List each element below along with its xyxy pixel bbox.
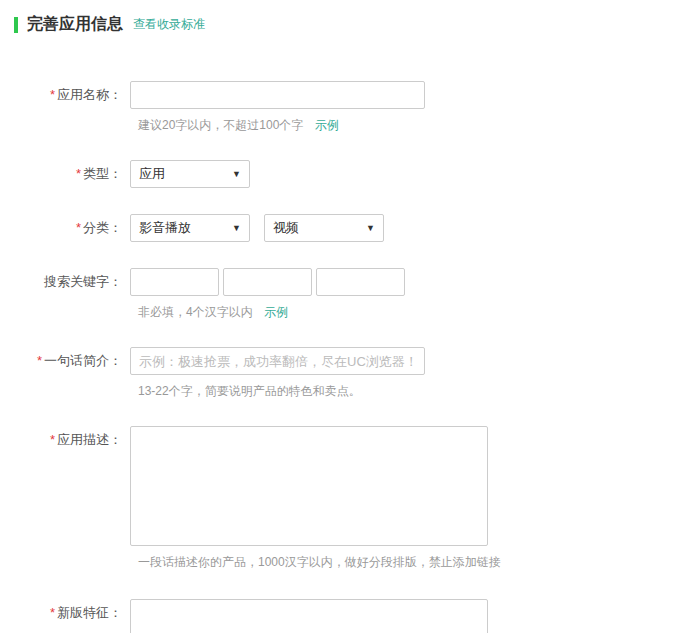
required-asterisk: *	[50, 432, 55, 447]
new-features-group: *新版特征：	[0, 599, 700, 633]
new-features-label: *新版特征：	[0, 599, 130, 627]
chevron-down-icon: ▼	[232, 169, 241, 179]
one-line-intro-hint-row: 13-22个字，简要说明产品的特色和卖点。	[138, 383, 700, 400]
type-group: *类型： 应用 ▼	[0, 160, 700, 188]
one-line-intro-label: *一句话简介：	[0, 347, 130, 375]
required-asterisk: *	[37, 353, 42, 368]
keywords-label: 搜索关键字：	[0, 268, 130, 296]
app-info-form: *应用名称： 建议20字以内，不超过100个字 示例 *类型： 应用 ▼ *分类…	[0, 81, 700, 633]
new-features-textarea[interactable]	[130, 599, 488, 633]
required-asterisk: *	[76, 166, 81, 181]
category-secondary-value: 视频	[273, 219, 299, 237]
description-hint-row: 一段话描述你的产品，1000汉字以内，做好分段排版，禁止添加链接	[138, 554, 700, 571]
category-group: *分类： 影音播放 ▼ 视频 ▼	[0, 214, 700, 242]
category-secondary-select[interactable]: 视频 ▼	[264, 214, 384, 242]
app-name-input[interactable]	[130, 81, 425, 109]
description-group: *应用描述： 一段话描述你的产品，1000汉字以内，做好分段排版，禁止添加链接	[0, 426, 700, 571]
page: 完善应用信息 查看收录标准 *应用名称： 建议20字以内，不超过100个字 示例…	[0, 0, 700, 633]
title-accent-bar	[14, 17, 18, 33]
category-label: *分类：	[0, 214, 130, 242]
one-line-intro-input[interactable]	[130, 347, 425, 375]
description-textarea[interactable]	[130, 426, 488, 546]
app-name-hint: 建议20字以内，不超过100个字	[138, 118, 303, 132]
view-inclusion-standards-link[interactable]: 查看收录标准	[133, 16, 205, 33]
required-asterisk: *	[50, 605, 55, 620]
keyword-input-1[interactable]	[130, 268, 219, 296]
app-name-example-link[interactable]: 示例	[315, 118, 339, 132]
required-asterisk: *	[76, 220, 81, 235]
type-label: *类型：	[0, 160, 130, 188]
category-primary-value: 影音播放	[139, 219, 191, 237]
header: 完善应用信息 查看收录标准	[0, 0, 700, 35]
required-asterisk: *	[50, 87, 55, 102]
type-select[interactable]: 应用 ▼	[130, 160, 250, 188]
keywords-hint-row: 非必填，4个汉字以内 示例	[138, 304, 700, 321]
keyword-input-3[interactable]	[316, 268, 405, 296]
app-name-group: *应用名称： 建议20字以内，不超过100个字 示例	[0, 81, 700, 134]
keywords-example-link[interactable]: 示例	[264, 305, 288, 319]
category-primary-select[interactable]: 影音播放 ▼	[130, 214, 250, 242]
one-line-intro-hint: 13-22个字，简要说明产品的特色和卖点。	[138, 384, 361, 398]
type-select-value: 应用	[139, 165, 165, 183]
keywords-group: 搜索关键字： 非必填，4个汉字以内 示例	[0, 268, 700, 321]
page-title: 完善应用信息	[27, 14, 123, 35]
keyword-input-2[interactable]	[223, 268, 312, 296]
chevron-down-icon: ▼	[232, 223, 241, 233]
keywords-hint: 非必填，4个汉字以内	[138, 305, 253, 319]
one-line-intro-group: *一句话简介： 13-22个字，简要说明产品的特色和卖点。	[0, 347, 700, 400]
chevron-down-icon: ▼	[366, 223, 375, 233]
app-name-hint-row: 建议20字以内，不超过100个字 示例	[138, 117, 700, 134]
description-label: *应用描述：	[0, 426, 130, 454]
description-hint: 一段话描述你的产品，1000汉字以内，做好分段排版，禁止添加链接	[138, 555, 501, 569]
app-name-label: *应用名称：	[0, 81, 130, 109]
